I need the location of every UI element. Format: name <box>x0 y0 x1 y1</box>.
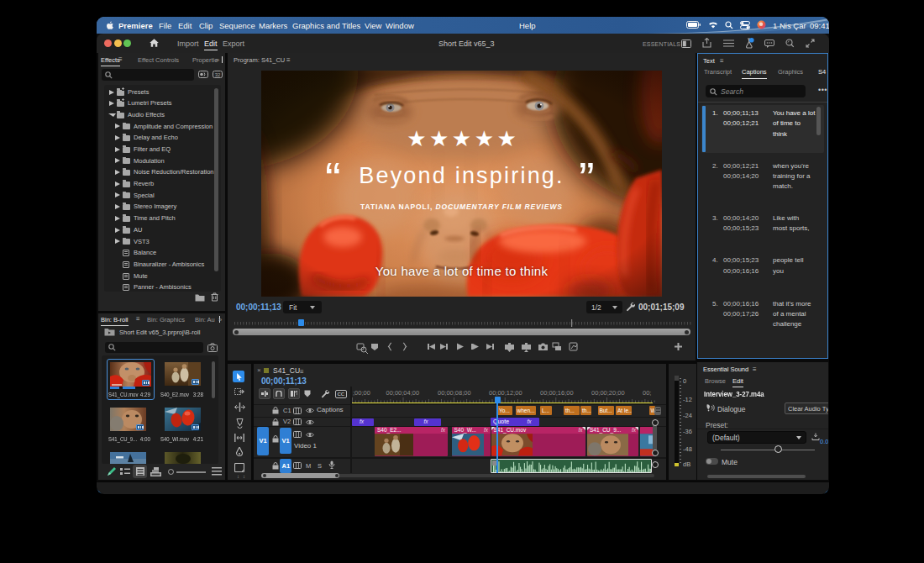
svg-text:32: 32 <box>215 72 221 77</box>
